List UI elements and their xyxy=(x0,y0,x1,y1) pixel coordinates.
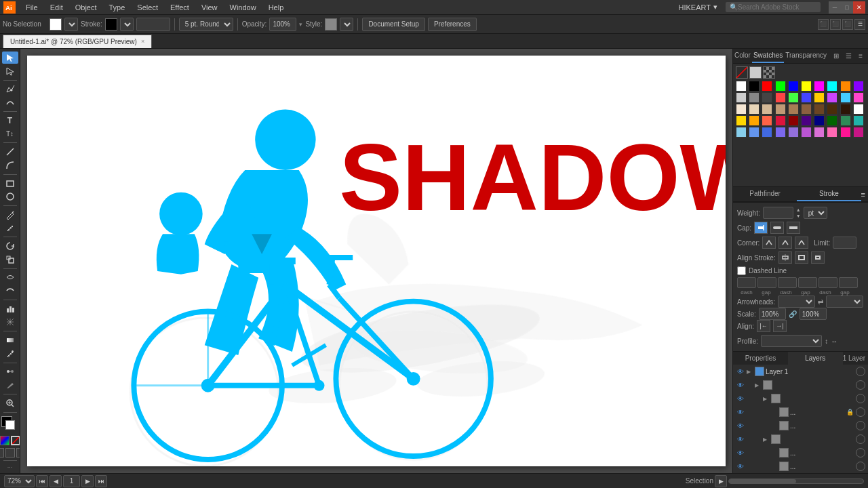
layer-lock-icon[interactable]: 🔒 xyxy=(845,407,854,417)
doc-setup-button[interactable]: Document Setup xyxy=(362,18,425,31)
layer-visibility-icon[interactable]: 👁 xyxy=(736,462,745,471)
rewind-btn[interactable]: ⏮ xyxy=(36,475,48,487)
swatch-cell[interactable] xyxy=(853,127,864,138)
swatch-cell[interactable] xyxy=(801,92,812,103)
rotate-tool[interactable] xyxy=(2,240,18,252)
bevel-join-btn[interactable] xyxy=(795,237,808,249)
profile-select[interactable] xyxy=(761,335,822,347)
stroke-mode-icon[interactable] xyxy=(5,448,15,458)
swatch-cell[interactable] xyxy=(775,104,786,115)
dash3-input[interactable] xyxy=(818,277,837,288)
swatch-cell[interactable] xyxy=(827,92,837,103)
none-swatch[interactable] xyxy=(736,66,748,79)
opacity-arrow-icon[interactable]: ▾ xyxy=(299,21,302,28)
layer-row[interactable]: 👁... xyxy=(733,446,868,460)
swatch-cell[interactable] xyxy=(788,81,799,92)
swatch-cell[interactable] xyxy=(749,92,760,103)
swatch-cell[interactable] xyxy=(762,127,772,138)
swatch-cell[interactable] xyxy=(788,127,799,138)
style-select[interactable] xyxy=(340,18,353,31)
ellipse-tool[interactable] xyxy=(2,190,18,203)
scale-end-input[interactable] xyxy=(800,308,827,320)
zoom-select[interactable]: 72% xyxy=(4,475,35,487)
swatch-cell[interactable] xyxy=(801,127,812,138)
swatches-tab[interactable]: Swatches xyxy=(752,49,784,63)
layer-expand-icon[interactable]: ▶ xyxy=(747,369,753,375)
scale-tool[interactable] xyxy=(2,253,18,266)
selection-tool[interactable] xyxy=(2,52,18,64)
swatch-cell[interactable] xyxy=(827,104,837,115)
play-btn[interactable]: ▶ xyxy=(715,475,727,487)
weight-input[interactable] xyxy=(763,207,793,219)
swatch-cell[interactable] xyxy=(853,81,864,92)
menu-select[interactable]: Select xyxy=(132,2,163,13)
swatch-cell[interactable] xyxy=(775,81,786,92)
align-right-icon[interactable]: ⬛ xyxy=(842,19,853,30)
swatch-cell[interactable] xyxy=(840,92,851,103)
chain-icon[interactable]: 🔗 xyxy=(789,310,797,318)
layer-target-icon[interactable] xyxy=(856,421,865,430)
menu-view[interactable]: View xyxy=(196,2,223,13)
arrow-end-select[interactable] xyxy=(826,296,863,308)
swatch-cell[interactable] xyxy=(775,127,786,138)
gray-swatch[interactable] xyxy=(749,66,762,79)
canvas-area[interactable]: SHADOW xyxy=(20,49,732,473)
search-stock-input[interactable] xyxy=(738,3,812,11)
direct-selection-tool[interactable] xyxy=(2,65,18,77)
swatch-cell[interactable] xyxy=(814,81,825,92)
color-tab[interactable]: Color xyxy=(733,49,752,63)
layer-expand-icon[interactable]: ▶ xyxy=(763,396,770,402)
weight-up-icon[interactable]: ▲ xyxy=(796,207,801,213)
layer-visibility-icon[interactable]: 👁 xyxy=(736,421,745,430)
fill-mode-icon[interactable] xyxy=(0,448,4,458)
eyedropper-tool[interactable] xyxy=(2,348,18,360)
distribute-icon[interactable]: ☰ xyxy=(854,19,865,30)
layer-visibility-icon[interactable]: 👁 xyxy=(736,434,745,444)
gradient-tool[interactable] xyxy=(2,334,18,346)
transparency-tab[interactable]: Transparency xyxy=(784,49,828,63)
swatch-cell[interactable] xyxy=(749,81,760,92)
column-graph-tool[interactable] xyxy=(2,303,18,315)
inside-align-btn[interactable] xyxy=(795,251,808,264)
scrubber-bar[interactable] xyxy=(728,479,864,484)
rect-tool[interactable] xyxy=(2,177,18,189)
stroke-tab-btn[interactable]: Stroke xyxy=(797,187,861,201)
menu-object[interactable]: Object xyxy=(70,2,102,13)
stroke-value-input[interactable] xyxy=(136,18,170,31)
forward-btn[interactable]: ⏭ xyxy=(95,475,107,487)
document-tab[interactable]: Untitled-1.ai* @ 72% (RGB/GPU Preview) × xyxy=(3,35,152,48)
align-end-btn[interactable]: →| xyxy=(773,320,787,332)
layer-target-icon[interactable] xyxy=(856,462,865,471)
close-button[interactable]: ✕ xyxy=(853,1,865,14)
swatch-cell[interactable] xyxy=(788,115,799,126)
tab-close-button[interactable]: × xyxy=(141,38,144,45)
opacity-input[interactable] xyxy=(269,18,296,31)
fill-mode-select[interactable] xyxy=(64,18,78,31)
layer-target-icon[interactable] xyxy=(856,434,865,444)
swatch-cell[interactable] xyxy=(814,115,825,126)
swatch-cell[interactable] xyxy=(801,104,812,115)
layer-target-icon[interactable] xyxy=(856,407,865,417)
swatch-cell[interactable] xyxy=(853,115,864,126)
zoom-tool[interactable] xyxy=(2,397,18,409)
layer-visibility-icon[interactable]: 👁 xyxy=(736,448,745,458)
swatch-cell[interactable] xyxy=(736,81,747,92)
color-gradient-icon[interactable] xyxy=(0,436,9,445)
preferences-button[interactable]: Preferences xyxy=(428,18,477,31)
layer-expand-icon[interactable]: ▶ xyxy=(755,382,762,388)
swatch-cell[interactable] xyxy=(749,104,760,115)
next-btn[interactable]: ▶ xyxy=(81,475,94,487)
menu-help[interactable]: Help xyxy=(263,2,290,13)
square-cap-btn[interactable] xyxy=(787,222,800,234)
layers-tab-btn[interactable]: Layers xyxy=(788,352,843,365)
layer-target-icon[interactable] xyxy=(856,380,865,390)
weight-stepper[interactable]: ▲ ▼ xyxy=(796,207,801,219)
layer-target-icon[interactable] xyxy=(856,394,865,403)
stroke-mode-select[interactable] xyxy=(120,18,134,31)
swatch-cell[interactable] xyxy=(762,104,772,115)
dash1-input[interactable] xyxy=(737,277,756,288)
swatch-cell[interactable] xyxy=(775,92,786,103)
style-box[interactable] xyxy=(325,18,337,30)
swatch-cell[interactable] xyxy=(775,115,786,126)
menu-edit[interactable]: Edit xyxy=(45,2,68,13)
